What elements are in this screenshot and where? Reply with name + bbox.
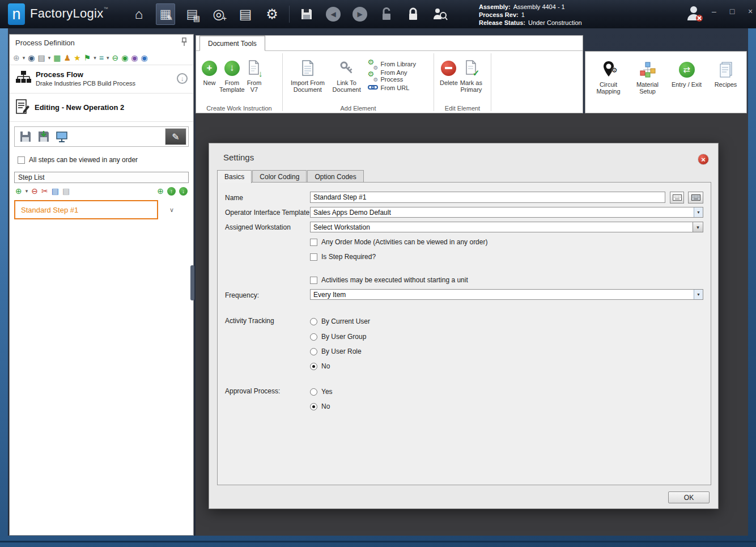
collapse-icon[interactable]: ↓ [177,73,188,84]
combo-arrow-icon[interactable]: ▼ [694,207,703,217]
forward-icon[interactable]: ▶ [350,3,369,25]
tab-color-coding[interactable]: Color Coding [252,170,307,183]
stack-icon[interactable]: ≡ [99,54,104,62]
web-icon[interactable]: ◉ [28,54,35,62]
from-template-button[interactable]: ↓ From Template [219,54,245,93]
keyboard-alt-button[interactable] [688,192,703,203]
from-v7-button[interactable]: ↓ From V7 [247,54,262,93]
move-step-up-icon[interactable]: ↑ [167,187,176,196]
import-from-document-button[interactable]: Import From Document [288,54,327,93]
from-library-button[interactable]: ⚙⚙ From Library [368,59,431,69]
save-icon[interactable] [297,3,316,25]
ribbon: Document Tools + New ↓ From Template ↓ F… [196,35,583,113]
combo-arrow-icon[interactable]: ▼ [694,290,703,299]
circuit-mapping-button[interactable]: ⚙ Circuit Mapping [592,56,625,95]
copy-step-icon[interactable]: ▤ [52,187,59,195]
print-icon[interactable]: ▤ [37,54,45,62]
add-step-caret-icon[interactable]: ▾ [26,187,28,195]
selected-step[interactable]: Standard Step #1 [14,200,158,219]
add-process-icon[interactable]: ⊕ [13,54,20,62]
frequency-select[interactable]: Every Item ▼ [310,289,703,300]
minimize-button[interactable]: – [710,7,719,16]
maximize-button[interactable]: □ [728,7,737,16]
print-caret-icon[interactable]: ▾ [48,54,51,62]
stack-caret-icon[interactable]: ▾ [107,54,109,62]
material-setup-icon [639,58,656,81]
find-user-icon[interactable] [430,3,449,25]
new-button[interactable]: + New [202,54,217,86]
status-blue-icon[interactable]: ◉ [141,54,148,62]
mark-as-primary-button[interactable]: ✓ Mark as Primary [460,54,482,93]
remove-process-icon[interactable]: ⊖ [112,54,118,62]
tab-basics[interactable]: Basics [217,170,252,183]
toolbar-separator [289,6,290,23]
flag-caret-icon[interactable]: ▾ [94,54,96,62]
pin-icon[interactable] [181,37,188,48]
add-element-stack: ⚙⚙ From Library ⚙⚙ From Any Process From… [368,54,431,92]
step-list-item[interactable]: Standard Step #1 ∨ [14,200,189,219]
tab-option-codes[interactable]: Option Codes [307,170,363,183]
release-status-value: Under Construction [528,19,582,26]
close-button[interactable]: × [746,7,755,16]
star-icon[interactable]: ★ [74,54,81,62]
add-step-icon[interactable]: ⊕ [15,187,22,195]
plugin-icon[interactable]: ▦ [53,54,61,62]
entry-exit-button[interactable]: ⇄ Entry / Exit [670,56,703,88]
from-url-button[interactable]: From URL [368,83,431,92]
from-any-process-button[interactable]: ⚙⚙ From Any Process [368,71,431,80]
activity-by-current-user-radio[interactable] [310,318,317,325]
operator-interface-template-select[interactable]: Sales Apps Demo Default ▼ [310,207,703,218]
dialog-close-icon[interactable]: × [698,154,709,165]
settings-dialog: Settings × Basics Color Coding Option Co… [209,143,719,509]
any-order-mode-checkbox[interactable] [310,239,317,246]
activity-no-radio[interactable] [310,363,317,370]
is-step-required-checkbox[interactable] [310,253,317,261]
keyboard-button[interactable] [670,192,684,203]
documents-icon[interactable]: ▤▤ [182,3,202,25]
combo-arrow-icon[interactable]: ▾ [693,222,703,232]
activity-by-user-role-radio[interactable] [310,348,317,355]
home-icon[interactable]: ⌂ [129,3,148,25]
approval-yes-radio[interactable] [310,388,317,396]
panel-splitter[interactable] [190,265,194,300]
save-document-button[interactable] [16,128,35,145]
user-icon[interactable]: ♟ [63,54,71,62]
link-to-document-button[interactable]: Link To Document [329,54,364,93]
edit-document-button[interactable]: ✎ [165,128,186,145]
recipes-button[interactable]: Recipes [710,56,742,88]
user-logout-icon[interactable] [685,5,704,24]
status-purple-icon[interactable]: ◉ [131,54,138,62]
remove-step-icon[interactable]: ⊖ [31,187,38,195]
settings-gear-icon[interactable]: ⚙ [262,3,282,25]
news-icon[interactable]: ▤ [236,3,255,25]
assigned-workstation-select[interactable]: Select Workstation ▾ [310,222,703,232]
process-editor-icon[interactable]: ▦✎ [156,3,175,25]
paste-step-icon[interactable]: ▤ [62,187,70,195]
name-label: Name [225,194,243,202]
approval-no-radio[interactable] [310,403,317,410]
add-process-caret-icon[interactable]: ▾ [23,54,26,62]
status-green-icon[interactable]: ◉ [121,54,128,62]
cut-step-icon[interactable]: ✂ [41,187,48,195]
tab-document-tools[interactable]: Document Tools [199,36,265,51]
is-step-required-row: Is Step Required? [310,253,376,261]
activity-by-user-group-radio[interactable] [310,333,317,341]
zoom-step-icon[interactable]: ⊕ [157,187,164,195]
back-icon[interactable]: ◀ [324,3,343,25]
step-expand-icon[interactable]: ∨ [158,206,185,214]
move-step-down-icon[interactable]: ↓ [179,187,188,196]
from-library-icon: ⚙⚙ [368,60,378,69]
name-input[interactable] [310,192,665,203]
no-unit-checkbox[interactable] [310,277,317,284]
any-order-checkbox[interactable] [18,156,25,164]
import-document-button[interactable] [35,128,53,145]
navigator-icon[interactable]: ◎+ [209,3,228,25]
lock-icon[interactable] [404,3,423,25]
unlock-icon[interactable] [377,3,396,25]
delete-button[interactable]: Delete [440,54,458,86]
dialog-title: Settings [223,152,254,162]
ok-button[interactable]: OK [668,491,710,503]
flag-icon[interactable]: ⚑ [84,54,91,62]
material-setup-button[interactable]: Material Setup [631,56,664,95]
preview-document-button[interactable] [53,128,71,145]
